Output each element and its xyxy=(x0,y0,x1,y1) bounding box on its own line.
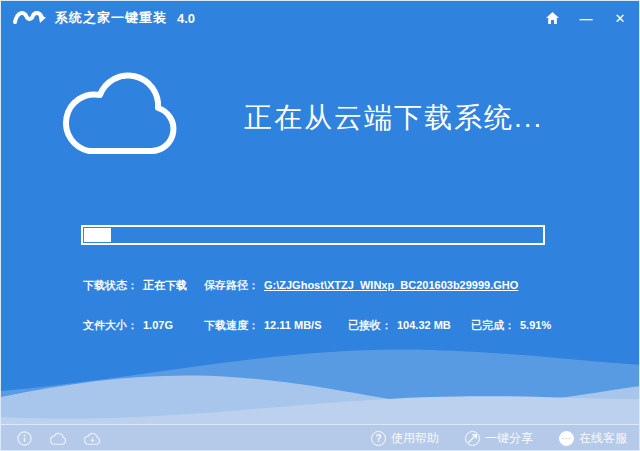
cloud-download-illustration xyxy=(59,63,189,167)
cloud-icon[interactable] xyxy=(49,431,68,446)
stat-label: 已接收： xyxy=(348,319,392,331)
stat-file-size: 文件大小：1.07G xyxy=(83,318,173,333)
customer-service-label: 在线客服 xyxy=(579,430,627,447)
stat-label: 保存路径： xyxy=(204,279,259,291)
share-label: 一键分享 xyxy=(485,430,533,447)
help-icon: ? xyxy=(371,431,386,446)
stat-download-speed: 下载速度：12.11 MB/S xyxy=(204,318,321,333)
download-heading: 正在从云端下载系统... xyxy=(244,99,543,137)
stat-label: 文件大小： xyxy=(83,319,138,331)
stat-value: 104.32 MB xyxy=(397,319,451,331)
home-icon xyxy=(546,12,559,24)
share-icon xyxy=(465,431,480,446)
cloud-icon xyxy=(59,63,189,163)
stat-value: 12.11 MB/S xyxy=(264,319,321,331)
stat-download-status: 下载状态：正在下载 xyxy=(83,278,187,293)
stat-label: 已完成： xyxy=(471,319,515,331)
cloud-download-icon[interactable] xyxy=(83,431,102,446)
app-version: 4.0 xyxy=(177,11,195,26)
minimize-button[interactable]: — xyxy=(577,12,595,25)
progress-bar xyxy=(81,225,545,245)
stat-value: 5.91% xyxy=(520,319,551,331)
progress-bar-fill xyxy=(84,228,111,242)
home-button[interactable] xyxy=(543,12,561,24)
help-label: 使用帮助 xyxy=(391,430,439,447)
stat-save-path: 保存路径：G:\ZJGhost\XTZJ_WINxp_BC201603b2999… xyxy=(204,278,518,293)
app-window: 系统之家一键重装 4.0 — ✕ 正在从云端下载系统... 下载状态：正在下载 … xyxy=(0,0,640,451)
stat-label: 下载速度： xyxy=(204,319,259,331)
chat-icon: ··· xyxy=(559,431,574,446)
save-path-link[interactable]: G:\ZJGhost\XTZJ_WINxp_BC201603b29999.GHO xyxy=(264,279,518,291)
window-controls: — ✕ xyxy=(543,12,629,25)
titlebar: 系统之家一键重装 4.0 — ✕ xyxy=(1,1,639,35)
stat-received: 已接收：104.32 MB xyxy=(348,318,451,333)
stat-completed: 已完成：5.91% xyxy=(471,318,551,333)
share-link[interactable]: 一键分享 xyxy=(465,430,533,447)
app-logo-icon xyxy=(13,7,47,29)
info-icon[interactable] xyxy=(15,431,34,446)
stat-value: 正在下载 xyxy=(143,279,187,291)
stat-label: 下载状态： xyxy=(83,279,138,291)
close-button[interactable]: ✕ xyxy=(611,12,629,25)
footer-bar: ? 使用帮助 一键分享 ··· 在线客服 xyxy=(1,424,640,451)
stat-value: 1.07G xyxy=(143,319,173,331)
help-link[interactable]: ? 使用帮助 xyxy=(371,430,439,447)
app-title: 系统之家一键重装 xyxy=(55,9,167,27)
footer-links: ? 使用帮助 一键分享 ··· 在线客服 xyxy=(371,430,627,447)
customer-service-link[interactable]: ··· 在线客服 xyxy=(559,430,627,447)
footer-left-icons xyxy=(15,431,102,446)
wave-decoration xyxy=(1,339,640,424)
